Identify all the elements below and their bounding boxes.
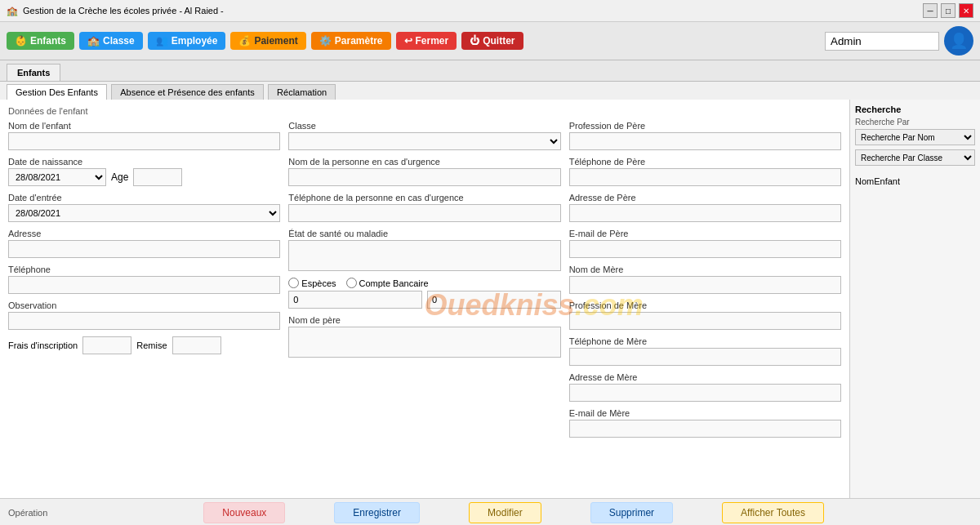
sidebar-nom-enfant-label: NomEnfant: [855, 176, 975, 186]
subtab-gestion[interactable]: Gestion Des Enfants: [7, 84, 107, 100]
sidebar-recherche-title: Recherche: [855, 105, 975, 114]
profession-mere-group: Profession de Mère: [569, 300, 841, 330]
paiement-icon: 💰: [238, 35, 251, 47]
sidebar-recherche-par-classe-select[interactable]: Recherche Par Classe: [855, 149, 975, 166]
classe-group: Classe: [288, 121, 560, 150]
especes-radio[interactable]: [288, 278, 299, 288]
compte-bancaire-radio-label[interactable]: Compte Bancaire: [346, 278, 429, 288]
urgence-nom-input[interactable]: [288, 168, 560, 186]
adresse-label: Adresse: [8, 229, 280, 238]
nav-employee-button[interactable]: 👥 Employée: [148, 32, 226, 50]
nom-pere-label: Nom de père: [288, 315, 560, 325]
nom-enfant-group: Nom de l'enfant: [8, 121, 280, 150]
telephone-pere-input[interactable]: [569, 168, 841, 186]
subtab-absence[interactable]: Absence et Présence des enfants: [111, 84, 264, 100]
minimize-button[interactable]: ─: [923, 3, 938, 18]
telephone-pere-label: Téléphone de Père: [569, 157, 841, 167]
adresse-input[interactable]: [8, 240, 280, 258]
telephone-mere-input[interactable]: [569, 348, 841, 366]
parametre-icon: ⚙️: [319, 35, 332, 47]
form-col2: Classe Nom de la personne en cas d'urgen…: [288, 121, 560, 444]
adresse-pere-label: Adresse de Père: [569, 193, 841, 202]
adresse-mere-label: Adresse de Mère: [569, 372, 841, 382]
profession-mere-input[interactable]: [569, 312, 841, 330]
nav-classe-button[interactable]: 🏫 Classe: [79, 32, 143, 50]
tab-enfants[interactable]: Enfants: [7, 64, 60, 81]
observation-label: Observation: [8, 300, 280, 310]
sidebar-recherche-par-label: Recherche Par: [855, 118, 975, 127]
compte-bancaire-radio[interactable]: [346, 278, 357, 288]
maximize-button[interactable]: □: [941, 3, 956, 18]
telephone-mere-group: Téléphone de Mère: [569, 336, 841, 366]
date-naissance-label: Date de naissance: [8, 157, 280, 167]
sante-input[interactable]: [288, 240, 560, 271]
afficher-toutes-button[interactable]: Afficher Toutes: [722, 502, 824, 523]
telephone-mere-label: Téléphone de Mère: [569, 336, 841, 346]
frais-group: Frais d'inscription Remise: [8, 336, 280, 354]
nom-mere-group: Nom de Mère: [569, 265, 841, 294]
email-mere-label: E-mail de Mère: [569, 408, 841, 418]
nav-parametre-button[interactable]: ⚙️ Paramètre: [311, 32, 391, 50]
compte-bancaire-amount-input[interactable]: [427, 291, 561, 309]
sub-tab-bar: Gestion Des Enfants Absence et Présence …: [0, 82, 980, 100]
adresse-pere-input[interactable]: [569, 204, 841, 222]
email-pere-group: E-mail de Père: [569, 229, 841, 258]
telephone-input[interactable]: [8, 276, 280, 294]
date-entree-select[interactable]: 28/08/2021: [8, 204, 280, 222]
nouveau-button[interactable]: Nouveaux: [203, 502, 285, 523]
modifier-button[interactable]: Modifier: [469, 502, 541, 523]
payment-amounts: [288, 291, 560, 309]
age-input[interactable]: [133, 168, 182, 186]
email-pere-input[interactable]: [569, 240, 841, 258]
form-col1: Nom de l'enfant Date de naissance 28/08/…: [8, 121, 280, 444]
app-icon: 🏫: [7, 6, 18, 16]
adresse-mere-group: Adresse de Mère: [569, 372, 841, 402]
nav-fermer-button[interactable]: ↩ Fermer: [396, 32, 457, 50]
adresse-group: Adresse: [8, 229, 280, 258]
email-mere-input[interactable]: [569, 420, 841, 438]
date-naissance-select[interactable]: 28/08/2021: [8, 168, 106, 186]
nav-paiement-button[interactable]: 💰 Paiement: [230, 32, 305, 50]
urgence-tel-label: Téléphone de la personne en cas d'urgenc…: [288, 193, 560, 202]
classe-select[interactable]: [288, 132, 560, 150]
especes-amount-input[interactable]: [288, 291, 422, 309]
nom-pere-input[interactable]: [288, 327, 560, 358]
nav-buttons: 👶 Enfants 🏫 Classe 👥 Employée 💰 Paiement…: [7, 32, 523, 50]
date-naissance-row: 28/08/2021 Age: [8, 168, 280, 186]
section-title: Données de l'enfant: [8, 106, 841, 116]
adresse-mere-input[interactable]: [569, 384, 841, 402]
especes-radio-label[interactable]: Espèces: [288, 278, 336, 288]
nom-mere-label: Nom de Mère: [569, 265, 841, 274]
form-columns: Nom de l'enfant Date de naissance 28/08/…: [8, 121, 841, 444]
telephone-group: Téléphone: [8, 265, 280, 294]
subtab-reclamation[interactable]: Réclamation: [268, 84, 336, 100]
sidebar-recherche-par-select[interactable]: Recherche Par Nom: [855, 129, 975, 145]
enfants-icon: 👶: [15, 35, 27, 47]
sante-group: État de santé ou maladie: [288, 229, 560, 271]
frais-label: Frais d'inscription: [8, 340, 78, 350]
admin-input[interactable]: [825, 32, 939, 51]
observation-input[interactable]: [8, 312, 280, 330]
date-naissance-group: Date de naissance 28/08/2021 Age: [8, 157, 280, 186]
frais-input[interactable]: [82, 336, 131, 354]
remise-input[interactable]: [172, 336, 221, 354]
nav-enfants-button[interactable]: 👶 Enfants: [7, 32, 74, 50]
operation-bar: Opération Nouveaux Enregistrer Modifier …: [0, 498, 980, 525]
email-pere-label: E-mail de Père: [569, 229, 841, 238]
nom-mere-input[interactable]: [569, 276, 841, 294]
date-entree-group: Date d'entrée 28/08/2021: [8, 193, 280, 222]
urgence-tel-input[interactable]: [288, 204, 560, 222]
window-controls: ─ □ ✕: [923, 3, 973, 18]
nom-enfant-input[interactable]: [8, 132, 280, 150]
sidebar: Recherche Recherche Par Recherche Par No…: [849, 100, 980, 498]
nav-right: 👤: [825, 26, 973, 56]
enregistrer-button[interactable]: Enregistrer: [334, 502, 420, 523]
nav-quitter-button[interactable]: ⏻ Quitter: [461, 32, 523, 50]
close-button[interactable]: ✕: [959, 3, 973, 18]
profession-pere-input[interactable]: [569, 132, 841, 150]
supprimer-button[interactable]: Supprimer: [590, 502, 673, 523]
observation-group: Observation: [8, 300, 280, 330]
form-col3: Profession de Père Téléphone de Père Adr…: [569, 121, 841, 444]
urgence-nom-label: Nom de la personne en cas d'urgence: [288, 157, 560, 167]
frais-row: Frais d'inscription Remise: [8, 336, 280, 354]
